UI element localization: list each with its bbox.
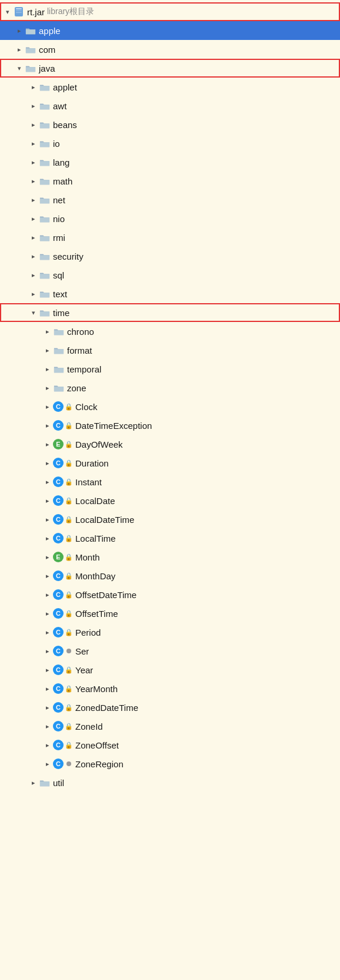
folder-icon-awt — [39, 100, 51, 112]
item-label-nio: nio — [53, 214, 65, 224]
chevron-util — [28, 777, 39, 788]
item-label-time: time — [53, 308, 69, 318]
tree-item-java[interactable]: java — [0, 59, 340, 78]
tree-item-DayOfWeek[interactable]: E 🔒 DayOfWeek — [0, 435, 340, 454]
tree-item-Instant[interactable]: C 🔒 Instant — [0, 472, 340, 491]
item-label-net: net — [53, 195, 65, 205]
lock-icon-LocalDateTime: 🔒 — [65, 515, 73, 523]
chevron-Duration — [42, 458, 53, 468]
tree-item-OffsetDateTime[interactable]: C 🔒 OffsetDateTime — [0, 585, 340, 604]
item-label-lang: lang — [53, 157, 69, 167]
folder-icon-time — [39, 307, 51, 318]
chevron-java — [14, 63, 25, 73]
badge-class-Year: C — [53, 664, 64, 675]
tree-item-math[interactable]: math — [0, 172, 340, 190]
folder-icon-beans — [39, 119, 51, 130]
lock-icon-YearMonth: 🔒 — [65, 684, 73, 693]
tree-item-Period[interactable]: C 🔒 Period — [0, 623, 340, 642]
tree-item-LocalDate[interactable]: C 🔒 LocalDate — [0, 491, 340, 510]
item-label-format: format — [67, 345, 92, 355]
chevron-applet — [28, 82, 39, 92]
lock-icon-ZoneId: 🔒 — [65, 722, 73, 730]
chevron-DayOfWeek — [42, 439, 53, 449]
folder-icon-sql — [39, 269, 51, 281]
tree-item-ZoneOffset[interactable]: C 🔒 ZoneOffset — [0, 736, 340, 754]
tree-item-ZoneId[interactable]: C 🔒 ZoneId — [0, 717, 340, 736]
tree-item-Clock[interactable]: C 🔒 Clock — [0, 397, 340, 416]
tree-item-security[interactable]: security — [0, 247, 340, 266]
chevron-security — [28, 251, 39, 261]
chevron-Month — [42, 552, 53, 562]
item-label-rmi: rmi — [53, 233, 65, 243]
tree-item-temporal[interactable]: temporal — [0, 360, 340, 378]
tree-root-rtjar[interactable]: rt.jar library根目录 — [0, 2, 340, 21]
tree-item-YearMonth[interactable]: C 🔒 YearMonth — [0, 679, 340, 698]
tree-item-rmi[interactable]: rmi — [0, 228, 340, 247]
file-tree: rt.jar library根目录 apple com — [0, 0, 340, 794]
folder-icon-util — [39, 777, 51, 788]
lock-icon-OffsetTime: 🔒 — [65, 609, 73, 617]
tree-item-ZoneRegion[interactable]: C ZoneRegion — [0, 754, 340, 773]
folder-icon-net — [39, 194, 51, 206]
chevron-time — [28, 307, 39, 318]
item-label-io: io — [53, 139, 60, 149]
badge-enum-Month: E — [53, 552, 64, 562]
tree-item-time[interactable]: time — [0, 303, 340, 322]
badge-class-Instant: C — [53, 476, 64, 487]
tree-item-apple[interactable]: apple — [0, 21, 340, 40]
badge-class-ZonedDateTime: C — [53, 702, 64, 713]
tree-item-awt[interactable]: awt — [0, 96, 340, 115]
item-label-com: com — [39, 45, 55, 55]
item-label-temporal: temporal — [67, 364, 101, 374]
item-label-util: util — [53, 778, 64, 788]
tree-item-Ser[interactable]: C Ser — [0, 642, 340, 660]
tree-item-Month[interactable]: E 🔒 Month — [0, 548, 340, 566]
chevron-nio — [28, 213, 39, 224]
chevron-awt — [28, 100, 39, 111]
tree-item-OffsetTime[interactable]: C 🔒 OffsetTime — [0, 604, 340, 623]
lock-icon-LocalDate: 🔒 — [65, 496, 73, 505]
item-label-ZonedDateTime: ZonedDateTime — [75, 703, 138, 713]
chevron-Clock — [42, 401, 53, 412]
jar-icon — [13, 6, 25, 18]
tree-item-util[interactable]: util — [0, 773, 340, 792]
tree-item-applet[interactable]: applet — [0, 78, 340, 96]
item-label-sql: sql — [53, 270, 64, 280]
tree-item-net[interactable]: net — [0, 190, 340, 209]
chevron-com — [14, 44, 25, 55]
tree-item-zone[interactable]: zone — [0, 378, 340, 397]
chevron-ZonedDateTime — [42, 702, 53, 713]
dot-icon-Ser — [65, 647, 73, 655]
badge-class-MonthDay: C — [53, 570, 64, 581]
tree-item-text[interactable]: text — [0, 284, 340, 303]
item-label-OffsetTime: OffsetTime — [75, 609, 118, 619]
badge-class-LocalTime: C — [53, 533, 64, 543]
tree-item-nio[interactable]: nio — [0, 209, 340, 228]
tree-item-format[interactable]: format — [0, 341, 340, 360]
tree-item-Duration[interactable]: C 🔒 Duration — [0, 454, 340, 472]
item-label-beans: beans — [53, 120, 77, 130]
tree-item-sql[interactable]: sql — [0, 266, 340, 284]
badge-class-Duration: C — [53, 458, 64, 468]
tree-item-Year[interactable]: C 🔒 Year — [0, 660, 340, 679]
tree-item-com[interactable]: com — [0, 40, 340, 59]
folder-icon-applet — [39, 81, 51, 93]
tree-item-beans[interactable]: beans — [0, 115, 340, 134]
tree-item-chrono[interactable]: chrono — [0, 322, 340, 341]
item-label-ZoneOffset: ZoneOffset — [75, 740, 119, 750]
tree-item-LocalDateTime[interactable]: C 🔒 LocalDateTime — [0, 510, 340, 529]
lock-icon-Year: 🔒 — [65, 666, 73, 674]
item-label-Period: Period — [75, 627, 101, 637]
tree-item-ZonedDateTime[interactable]: C 🔒 ZonedDateTime — [0, 698, 340, 717]
tree-item-lang[interactable]: lang — [0, 153, 340, 172]
chevron-Period — [42, 627, 53, 637]
tree-item-DateTimeException[interactable]: C 🔒 DateTimeException — [0, 416, 340, 435]
item-label-LocalTime: LocalTime — [75, 533, 116, 543]
chevron-Instant — [42, 476, 53, 487]
lock-icon-Month: 🔒 — [65, 553, 73, 561]
item-label-Clock: Clock — [75, 402, 98, 412]
lock-icon-Duration: 🔒 — [65, 459, 73, 467]
tree-item-io[interactable]: io — [0, 134, 340, 153]
tree-item-LocalTime[interactable]: C 🔒 LocalTime — [0, 529, 340, 548]
tree-item-MonthDay[interactable]: C 🔒 MonthDay — [0, 566, 340, 585]
